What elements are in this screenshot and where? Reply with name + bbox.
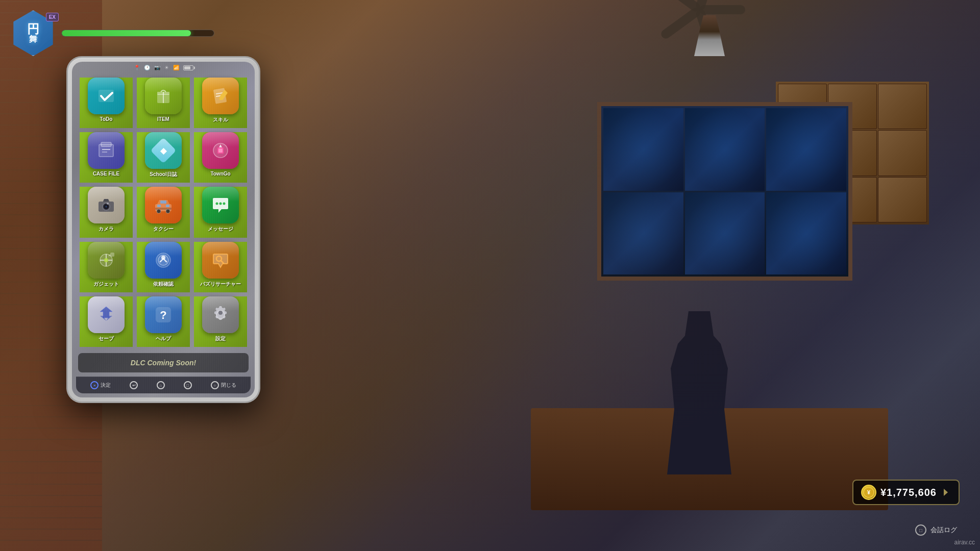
svg-point-27 — [216, 203, 218, 205]
exp-bar — [61, 30, 214, 37]
app-school-label: School日誌 — [150, 171, 177, 178]
app-gadget-icon — [88, 242, 125, 279]
app-taxi-label: タクシー — [153, 226, 174, 233]
app-skill-icon — [202, 78, 239, 114]
casefile-svg — [96, 140, 116, 161]
home-button[interactable]: ⌂ — [157, 381, 165, 389]
svg-point-19 — [107, 203, 109, 205]
battery-icon — [183, 65, 193, 70]
chat-log-label: 会話ログ — [930, 525, 957, 535]
app-taxi-icon — [145, 187, 182, 223]
close-label: 閉じる — [221, 382, 236, 389]
message-svg — [210, 195, 231, 215]
app-request-icon — [145, 242, 182, 279]
home-icon: ⌂ — [157, 381, 165, 389]
svg-rect-13 — [218, 148, 223, 153]
app-camera[interactable]: カメラ — [80, 187, 133, 237]
app-skill-label: スキル — [213, 116, 228, 123]
app-todo[interactable]: ToDo — [80, 78, 133, 128]
svg-point-18 — [105, 206, 107, 208]
app-request-label: 依頼確認 — [153, 281, 174, 288]
character-kanji-2: 舞 — [29, 35, 37, 43]
app-settings[interactable]: 設定 — [194, 296, 247, 347]
monitor-screen — [603, 108, 683, 191]
app-settings-icon — [202, 296, 239, 333]
app-todo-label: ToDo — [100, 116, 113, 122]
taxi-svg — [153, 195, 174, 215]
money-display: ¥ ¥1,775,606 — [852, 480, 960, 505]
app-help[interactable]: ? ヘルプ — [137, 296, 190, 347]
skill-note-svg — [210, 86, 231, 106]
app-item[interactable]: ITEM — [137, 78, 190, 128]
dlc-banner: DLC Coming Soon! — [78, 353, 249, 372]
wifi-icon: 📶 — [173, 65, 179, 70]
app-save[interactable]: セーブ — [80, 296, 133, 347]
app-help-icon: ? — [145, 296, 182, 333]
app-towngo-icon — [202, 132, 239, 169]
svg-point-28 — [219, 203, 222, 205]
app-camera-label: カメラ — [99, 226, 114, 233]
chat-log-button[interactable]: □ — [915, 524, 926, 536]
svg-marker-14 — [219, 144, 222, 147]
app-save-icon — [88, 296, 125, 333]
x-button-icon: × — [90, 381, 99, 389]
save-svg — [96, 305, 116, 325]
screenshot-button[interactable]: □ — [184, 381, 192, 389]
todo-checkmark-svg — [96, 86, 116, 106]
svg-point-23 — [166, 209, 170, 213]
app-item-icon — [145, 78, 182, 114]
app-settings-label: 設定 — [215, 335, 226, 342]
close-button[interactable]: ○ 閉じる — [211, 381, 236, 389]
dlc-text: DLC Coming Soon! — [131, 359, 196, 367]
app-buzzsearch[interactable]: バズリサーチャー — [194, 242, 247, 292]
location-icon: 📍 — [134, 65, 140, 70]
phone-screen: 📍 🕐 📷 ☀ 📶 ToDo — [72, 62, 255, 397]
camera-svg — [96, 195, 116, 215]
bottom-right-hud: □ 会話ログ — [915, 524, 957, 536]
svg-point-29 — [223, 203, 226, 205]
app-buzzsearch-label: バズリサーチャー — [200, 281, 241, 288]
app-message-icon — [202, 187, 239, 223]
settings-svg — [210, 305, 231, 325]
svg-marker-51 — [944, 489, 948, 496]
svg-line-35 — [109, 255, 110, 256]
app-gadget[interactable]: ガジェット — [80, 242, 133, 292]
photo-icon: 📷 — [154, 65, 160, 70]
exp-bar-container — [61, 30, 214, 37]
money-coin-icon: ¥ — [861, 485, 876, 500]
clock-icon: 🕐 — [144, 65, 150, 70]
character-badge: 円 舞 EX — [10, 10, 56, 56]
screenshot-icon: □ — [184, 381, 192, 389]
app-camera-icon — [88, 187, 125, 223]
svg-rect-8 — [101, 142, 111, 146]
monitor-screen — [603, 192, 683, 275]
ex-badge: EX — [46, 13, 59, 21]
help-svg: ? — [153, 305, 174, 325]
phone-bottom-bar: × 決定 ↩ ⌂ □ ○ 閉じる — [76, 377, 251, 393]
app-message-label: メッセージ — [208, 226, 233, 233]
item-box-svg — [153, 86, 174, 106]
monitor-screen — [766, 108, 846, 191]
chevron-right-icon — [941, 487, 951, 497]
app-item-label: ITEM — [157, 116, 169, 122]
app-casefile[interactable]: CASE FILE — [80, 132, 133, 183]
app-request[interactable]: 依頼確認 — [137, 242, 190, 292]
svg-rect-34 — [110, 253, 114, 257]
character-kanji-1: 円 — [27, 23, 39, 35]
app-message[interactable]: メッセージ — [194, 187, 247, 237]
phone-apps-grid: ToDo ITEM — [72, 73, 255, 351]
app-buzzsearch-icon — [202, 242, 239, 279]
app-towngo[interactable]: TownGo — [194, 132, 247, 183]
back-icon: ↩ — [130, 381, 138, 389]
back-button[interactable]: ↩ — [130, 381, 138, 389]
decide-button[interactable]: × 決定 — [90, 381, 111, 389]
svg-rect-7 — [99, 144, 113, 157]
app-towngo-label: TownGo — [210, 171, 230, 177]
app-school-icon: ◆ — [145, 132, 182, 169]
app-casefile-label: CASE FILE — [93, 171, 119, 177]
app-skill[interactable]: スキル — [194, 78, 247, 128]
app-taxi[interactable]: タクシー — [137, 187, 190, 237]
app-school[interactable]: ◆ School日誌 — [137, 132, 190, 183]
money-amount: ¥1,775,606 — [880, 487, 937, 498]
hud-topleft: 円 舞 EX — [10, 10, 214, 56]
